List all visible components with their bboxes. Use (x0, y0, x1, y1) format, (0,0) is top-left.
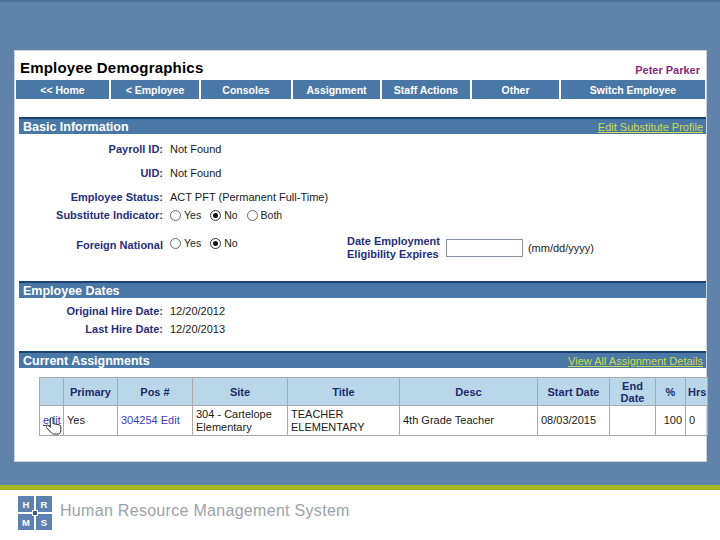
nav-consoles[interactable]: Consoles (201, 80, 291, 99)
nav-staff-actions[interactable]: Staff Actions (382, 80, 470, 99)
row-edit-link[interactable]: edit (43, 414, 61, 426)
foreign-national-no-radio[interactable]: No (210, 237, 237, 249)
cell-hrs: 0 (686, 406, 708, 436)
cell-site: 304 - Cartelope Elementary (193, 406, 288, 436)
substitute-indicator-radio-group: Yes No Both (170, 209, 291, 221)
radio-icon (170, 238, 181, 249)
substitute-indicator-row: Substitute Indicator: Yes No Both (15, 209, 706, 221)
radio-icon (210, 238, 221, 249)
nav-assignment[interactable]: Assignment (293, 80, 380, 99)
eligibility-expires-group: Date Employment Eligibility Expires (mm/… (347, 235, 594, 261)
pos-edit-link[interactable]: Edit (161, 414, 180, 426)
cell-percent: 100 (656, 406, 686, 436)
cell-edit: edit (40, 406, 64, 436)
col-header-edit (40, 378, 64, 406)
col-header-pos: Pos # (118, 378, 193, 406)
last-hire-date-value: 12/20/2013 (170, 323, 225, 335)
footer: H R M S Human Resource Management System (0, 490, 720, 540)
hrms-logo: H R M S (18, 496, 52, 530)
uid-value: Not Found (170, 167, 221, 179)
section-employee-dates: Employee Dates (19, 281, 706, 298)
logo-letter-s: S (36, 514, 52, 530)
logo-letter-r: R (36, 496, 52, 512)
radio-icon (210, 210, 221, 221)
col-header-percent: % (656, 378, 686, 406)
uid-row: UID: Not Found (15, 167, 706, 179)
substitute-no-radio[interactable]: No (210, 209, 237, 221)
last-hire-date-row: Last Hire Date: 12/20/2013 (15, 323, 706, 335)
main-nav: << Home < Employee Consoles Assignment S… (16, 80, 705, 99)
col-header-site: Site (193, 378, 288, 406)
nav-switch-employee[interactable]: Switch Employee (561, 80, 705, 99)
content-card: Employee Demographics Peter Parker << Ho… (14, 50, 707, 462)
col-header-end-date: End Date (610, 378, 656, 406)
edit-substitute-profile-link[interactable]: Edit Substitute Profile (598, 121, 703, 133)
section-basic-information: Basic Information Edit Substitute Profil… (19, 117, 706, 134)
cell-start-date: 08/03/2015 (538, 406, 610, 436)
col-header-primary: Primary (64, 378, 118, 406)
current-assignments-title: Current Assignments (23, 354, 150, 368)
foreign-national-yes-radio[interactable]: Yes (170, 237, 201, 249)
app-window: Employee Demographics Peter Parker << Ho… (0, 0, 720, 540)
assignments-table-wrap: Primary Pos # Site Title Desc Start Date… (39, 377, 707, 436)
col-header-desc: Desc (400, 378, 538, 406)
col-header-start-date: Start Date (538, 378, 610, 406)
eligibility-expires-input[interactable] (446, 239, 523, 257)
page-header: Employee Demographics Peter Parker (15, 51, 706, 80)
cell-end-date (610, 406, 656, 436)
cell-primary: Yes (64, 406, 118, 436)
eligibility-expires-label: Date Employment Eligibility Expires (347, 235, 440, 261)
cell-pos: 304254 Edit (118, 406, 193, 436)
foreign-national-row: Foreign National Yes No Date Employment … (15, 235, 706, 269)
employee-status-value: ACT PFT (Permanent Full-Time) (170, 191, 328, 203)
radio-icon (170, 210, 181, 221)
date-format-hint: (mm/dd/yyyy) (528, 242, 594, 254)
foreign-national-radio-group: Yes No (170, 237, 247, 249)
employee-status-row: Employee Status: ACT PFT (Permanent Full… (15, 191, 706, 203)
cell-desc: 4th Grade Teacher (400, 406, 538, 436)
view-all-assignment-details-link[interactable]: View All Assignment Details (568, 355, 703, 367)
section-current-assignments: Current Assignments View All Assignment … (19, 351, 706, 368)
uid-label: UID: (15, 167, 163, 179)
radio-icon (247, 210, 258, 221)
assignment-row: edit Yes 304254 Edit 304 - Cartelope Ele… (40, 406, 708, 436)
basic-information-title: Basic Information (23, 120, 129, 134)
last-hire-date-label: Last Hire Date: (15, 323, 163, 335)
payroll-id-label: Payroll ID: (15, 143, 163, 155)
pos-number: 304254 (121, 414, 158, 426)
logo-center-dot-icon (32, 510, 38, 516)
nav-other[interactable]: Other (472, 80, 559, 99)
payroll-id-row: Payroll ID: Not Found (15, 143, 706, 155)
col-header-title: Title (288, 378, 400, 406)
assignments-header-row: Primary Pos # Site Title Desc Start Date… (40, 378, 708, 406)
original-hire-date-value: 12/20/2012 (170, 305, 225, 317)
nav-home[interactable]: << Home (16, 80, 109, 99)
substitute-both-radio[interactable]: Both (247, 209, 283, 221)
employee-status-label: Employee Status: (15, 191, 163, 203)
substitute-yes-radio[interactable]: Yes (170, 209, 201, 221)
nav-employee[interactable]: < Employee (111, 80, 199, 99)
logo-letter-m: M (18, 514, 34, 530)
foreign-national-label: Foreign National (15, 239, 163, 251)
col-header-hrs: Hrs (686, 378, 708, 406)
current-user-name: Peter Parker (635, 64, 702, 76)
cell-title: TEACHER ELEMENTARY (288, 406, 400, 436)
assignments-table: Primary Pos # Site Title Desc Start Date… (39, 377, 708, 436)
page-title: Employee Demographics (20, 59, 203, 76)
employee-dates-title: Employee Dates (23, 284, 120, 298)
payroll-id-value: Not Found (170, 143, 221, 155)
product-name: Human Resource Management System (60, 502, 350, 520)
original-hire-date-row: Original Hire Date: 12/20/2012 (15, 305, 706, 317)
original-hire-date-label: Original Hire Date: (15, 305, 163, 317)
substitute-indicator-label: Substitute Indicator: (15, 209, 163, 221)
